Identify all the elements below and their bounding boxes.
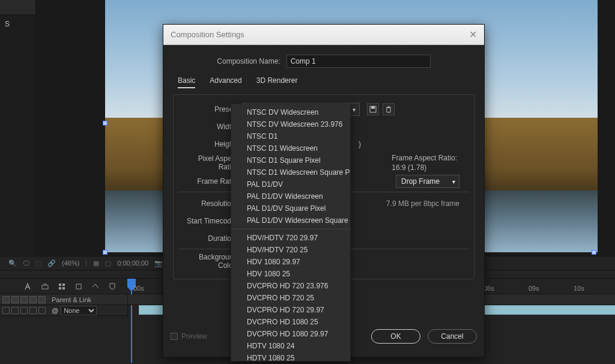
preset-option[interactable]: NTSC D1 Widescreen <box>231 142 350 154</box>
preset-option[interactable]: PAL D1/DV Widescreen <box>231 190 350 202</box>
chevron-down-icon: ▾ <box>452 178 455 185</box>
mask-icon[interactable]: ⬚ <box>35 259 41 267</box>
ruler-tick: 10s <box>574 285 584 292</box>
preset-option[interactable]: HDV 1080 29.97 <box>231 256 350 268</box>
label-icon[interactable] <box>29 296 37 303</box>
lock-icon[interactable] <box>20 296 28 303</box>
close-button[interactable]: ✕ <box>469 29 477 40</box>
preset-option[interactable]: HDTV 1080 25 <box>231 352 350 362</box>
layer-icon[interactable]: ▢ <box>105 259 111 267</box>
magnify-icon[interactable]: 🔍 <box>8 259 17 267</box>
save-preset-button[interactable] <box>367 103 379 115</box>
drop-frame-select[interactable]: Drop Frame ▾ <box>396 175 459 188</box>
preset-option[interactable]: DVCPRO HD 1080 29.97 <box>231 328 350 340</box>
preview-label: Preview <box>181 332 207 341</box>
av-features-icon[interactable] <box>2 296 10 303</box>
ruler-tick: 00s <box>133 285 144 292</box>
project-panel: S <box>0 0 36 258</box>
timecode-display[interactable]: 0;00;00;00 <box>117 259 148 267</box>
index-icon[interactable] <box>38 296 46 303</box>
resolution-info: 7.9 MB per 8bpc frame <box>386 199 459 208</box>
viewer-divider: | <box>85 259 87 267</box>
tab-advanced[interactable]: Advanced <box>210 76 241 88</box>
preset-option[interactable]: NTSC DV Widescreen 23.976 <box>231 118 350 130</box>
transform-handle-left[interactable] <box>103 121 108 126</box>
tab-3d-renderer[interactable]: 3D Renderer <box>256 76 298 88</box>
lock-aspect-hint: ) <box>359 140 361 148</box>
collapse-transformations-icon[interactable] <box>58 282 66 291</box>
shy-icon[interactable] <box>24 282 32 291</box>
tab-basic[interactable]: Basic <box>178 76 195 88</box>
graph-editor-icon[interactable] <box>91 282 100 291</box>
preset-option[interactable]: HDV/HDTV 720 25 <box>231 244 350 256</box>
cancel-button[interactable]: Cancel <box>428 329 477 344</box>
svg-rect-1 <box>59 284 61 286</box>
preset-option[interactable]: PAL D1/DV Widescreen Square Pixel <box>231 214 350 226</box>
motion-blur-icon[interactable] <box>74 282 83 291</box>
preview-checkbox[interactable]: Preview <box>171 332 207 341</box>
checkbox-icon <box>171 333 178 340</box>
grid-icon[interactable]: ▦ <box>93 259 99 267</box>
svg-rect-4 <box>62 287 65 290</box>
comp-name-label: Composition Name: <box>217 57 280 65</box>
delete-preset-button[interactable] <box>383 103 395 115</box>
layer-columns-header: Parent & Link <box>0 294 127 305</box>
preset-option[interactable]: DVCPRO HD 1080 25 <box>231 316 350 328</box>
ruler-tick: 09s <box>529 285 539 292</box>
ruler-tick: 08s <box>483 285 494 292</box>
preset-option[interactable]: DVCPRO HD 720 25 <box>231 292 350 304</box>
preset-option[interactable]: DVCPRO HD 720 23.976 <box>231 280 350 292</box>
snapshot-icon[interactable]: 📷 <box>154 259 163 267</box>
preset-option[interactable]: NTSC D1 <box>231 130 350 142</box>
solo-icon[interactable] <box>11 296 19 303</box>
chevron-down-icon: ▾ <box>353 106 356 113</box>
preset-option[interactable]: NTSC DV Widescreen <box>231 106 350 118</box>
transform-handle-bottom-right[interactable] <box>592 250 596 255</box>
frame-aspect-info: Frame Aspect Ratio: 16:9 (1.78) <box>392 154 457 172</box>
render-queue-icon[interactable] <box>41 282 49 291</box>
comp-name-input[interactable] <box>286 55 431 68</box>
link-icon[interactable]: 🔗 <box>47 259 56 267</box>
preset-option[interactable]: PAL D1/DV <box>231 178 350 190</box>
preset-dropdown-list[interactable]: NTSC DV WidescreenNTSC DV Widescreen 23.… <box>231 103 351 362</box>
ok-button[interactable]: OK <box>371 329 420 344</box>
layer-row[interactable]: @ None <box>0 305 127 316</box>
dialog-title: Composition Settings <box>171 30 244 39</box>
dialog-titlebar[interactable]: Composition Settings ✕ <box>163 25 484 45</box>
preset-option[interactable]: PAL D1/DV Square Pixel <box>231 202 350 214</box>
pickwhip-icon[interactable]: @ <box>52 307 58 314</box>
svg-rect-7 <box>371 106 375 109</box>
parent-link-column-label: Parent & Link <box>48 296 125 303</box>
preset-option[interactable]: NTSC D1 Square Pixel <box>231 154 350 166</box>
preset-option[interactable]: DVCPRO HD 720 29.97 <box>231 304 350 316</box>
transform-handle-bottom-left[interactable] <box>103 250 108 255</box>
svg-rect-2 <box>62 284 65 286</box>
preset-option[interactable]: HDV 1080 25 <box>231 268 350 280</box>
preset-option[interactable]: HDV/HDTV 720 29.97 <box>231 232 350 244</box>
dialog-tabs: Basic Advanced 3D Renderer <box>173 76 474 88</box>
monitor-icon[interactable]: 🖵 <box>23 259 29 267</box>
svg-rect-3 <box>59 287 61 290</box>
marker-icon[interactable] <box>108 282 117 291</box>
svg-rect-0 <box>42 285 48 289</box>
preset-option[interactable]: HDTV 1080 24 <box>231 340 350 352</box>
parent-select[interactable]: None <box>61 306 97 315</box>
svg-rect-5 <box>76 284 81 289</box>
zoom-label[interactable]: (46%) <box>62 259 79 267</box>
preset-option[interactable]: NTSC D1 Widescreen Square Pixel <box>231 166 350 178</box>
